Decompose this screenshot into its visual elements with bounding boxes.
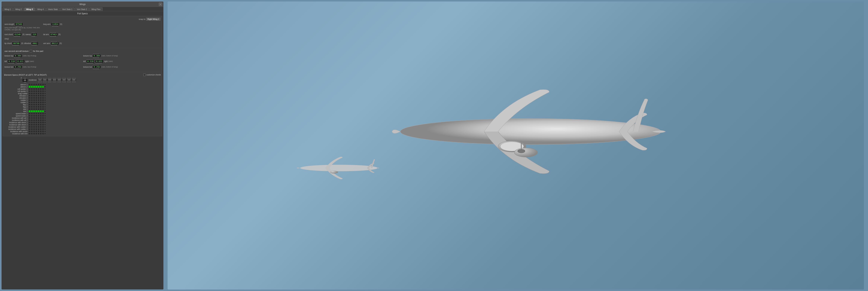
cell-indicator[interactable] xyxy=(40,119,42,121)
cell-indicator[interactable] xyxy=(33,115,35,117)
cell-indicator[interactable] xyxy=(31,117,33,119)
cell-indicator[interactable] xyxy=(40,121,42,123)
cell-indicator[interactable] xyxy=(31,88,33,90)
cell-indicator[interactable] xyxy=(33,106,35,108)
cell-indicator[interactable] xyxy=(42,128,44,130)
cell-indicator[interactable] xyxy=(33,117,35,119)
cell-indicator[interactable] xyxy=(35,110,37,112)
cell-indicator[interactable] xyxy=(42,90,44,92)
cell-indicator[interactable] xyxy=(38,128,39,130)
cell-indicator[interactable] xyxy=(44,113,46,114)
cell-indicator[interactable] xyxy=(40,106,42,108)
cell-indicator[interactable] xyxy=(38,95,39,97)
cell-indicator[interactable] xyxy=(44,129,46,130)
cell-indicator[interactable] xyxy=(31,128,33,130)
cell-indicator[interactable] xyxy=(35,124,37,125)
cell-indicator[interactable] xyxy=(44,124,46,125)
cell-indicator[interactable] xyxy=(29,108,31,110)
cell-indicator[interactable] xyxy=(44,126,46,128)
cell-indicator[interactable] xyxy=(44,104,46,105)
cell-indicator[interactable] xyxy=(42,133,44,135)
cell-indicator[interactable] xyxy=(33,90,35,92)
cell-indicator[interactable] xyxy=(42,102,44,103)
cell-indicator[interactable] xyxy=(31,110,33,112)
cell-indicator[interactable] xyxy=(33,104,35,106)
cell-indicator[interactable] xyxy=(35,104,37,106)
cell-indicator[interactable] xyxy=(35,97,37,99)
cell-indicator[interactable] xyxy=(38,121,39,123)
cell-indicator[interactable] xyxy=(31,93,33,95)
cell-indicator[interactable] xyxy=(29,102,31,103)
cell-indicator[interactable] xyxy=(29,106,31,108)
cell-indicator[interactable] xyxy=(40,124,42,125)
cell-indicator[interactable] xyxy=(31,90,33,92)
cell-indicator[interactable] xyxy=(29,104,31,106)
cell-indicator[interactable] xyxy=(40,126,42,128)
cell-indicator[interactable] xyxy=(35,117,37,119)
cell-indicator[interactable] xyxy=(38,124,39,125)
cell-indicator[interactable] xyxy=(29,131,31,132)
cell-indicator[interactable] xyxy=(44,108,46,110)
cell-indicator[interactable] xyxy=(35,108,37,110)
cell-indicator[interactable] xyxy=(42,113,44,114)
cell-indicator[interactable] xyxy=(44,122,46,123)
cell-indicator[interactable] xyxy=(31,97,33,99)
tab-wing2[interactable]: Wing 2 xyxy=(13,7,24,11)
cell-indicator[interactable] xyxy=(38,97,39,99)
cell-indicator[interactable] xyxy=(33,124,35,125)
cell-indicator[interactable] xyxy=(38,86,39,88)
cell-indicator[interactable] xyxy=(35,99,37,101)
cell-indicator[interactable] xyxy=(35,84,37,85)
cell-indicator[interactable] xyxy=(31,119,33,121)
cell-indicator[interactable] xyxy=(29,86,31,88)
cell-indicator[interactable] xyxy=(29,84,31,85)
cell-indicator[interactable] xyxy=(29,115,31,117)
cell-indicator[interactable] xyxy=(44,90,46,92)
cell-indicator[interactable] xyxy=(31,121,33,123)
cell-indicator[interactable] xyxy=(35,102,37,103)
cell-indicator[interactable] xyxy=(44,102,46,103)
cell-indicator[interactable] xyxy=(40,115,42,117)
cell-indicator[interactable] xyxy=(40,88,42,90)
cell-indicator[interactable] xyxy=(33,102,35,103)
cell-indicator[interactable] xyxy=(33,128,35,130)
cell-indicator[interactable] xyxy=(42,110,44,112)
cell-indicator[interactable] xyxy=(29,121,31,123)
cell-indicator[interactable] xyxy=(31,115,33,117)
cell-indicator[interactable] xyxy=(33,131,35,132)
cell-indicator[interactable] xyxy=(38,110,39,112)
cell-indicator[interactable] xyxy=(33,88,35,90)
cell-indicator[interactable] xyxy=(29,88,31,90)
cell-indicator[interactable] xyxy=(42,95,44,97)
customize-chords-checkbox[interactable] xyxy=(143,74,146,76)
cell-indicator[interactable] xyxy=(33,126,35,128)
cell-indicator[interactable] xyxy=(42,131,44,132)
tab-wing-flex[interactable]: Wing Flex xyxy=(89,7,102,11)
cell-indicator[interactable] xyxy=(35,131,37,132)
cell-indicator[interactable] xyxy=(35,106,37,108)
cell-indicator[interactable] xyxy=(31,102,33,103)
cell-indicator[interactable] xyxy=(40,95,42,97)
cell-indicator[interactable] xyxy=(33,121,35,123)
cell-indicator[interactable] xyxy=(35,88,37,90)
inc-val-6[interactable]: 000 xyxy=(67,79,71,81)
cell-indicator[interactable] xyxy=(42,86,44,88)
cell-indicator[interactable] xyxy=(33,93,35,95)
cell-indicator[interactable] xyxy=(35,128,37,130)
cell-indicator[interactable] xyxy=(40,104,42,106)
tab-vert-stab1[interactable]: Vert Stab 1 xyxy=(60,7,74,11)
tab-wing4[interactable]: Wing 4 xyxy=(35,7,45,11)
cell-indicator[interactable] xyxy=(44,133,46,134)
cell-indicator[interactable] xyxy=(38,84,39,85)
cell-indicator[interactable] xyxy=(33,113,35,114)
cell-indicator[interactable] xyxy=(33,110,35,112)
cell-indicator[interactable] xyxy=(40,133,42,135)
cell-indicator[interactable] xyxy=(40,93,42,95)
cell-indicator[interactable] xyxy=(40,117,42,119)
tab-wing3[interactable]: Wing 3 xyxy=(24,7,35,11)
cell-indicator[interactable] xyxy=(35,86,37,88)
cell-indicator[interactable] xyxy=(31,126,33,128)
cell-indicator[interactable] xyxy=(42,115,44,117)
cell-indicator[interactable] xyxy=(31,124,33,125)
cell-indicator[interactable] xyxy=(44,115,46,116)
